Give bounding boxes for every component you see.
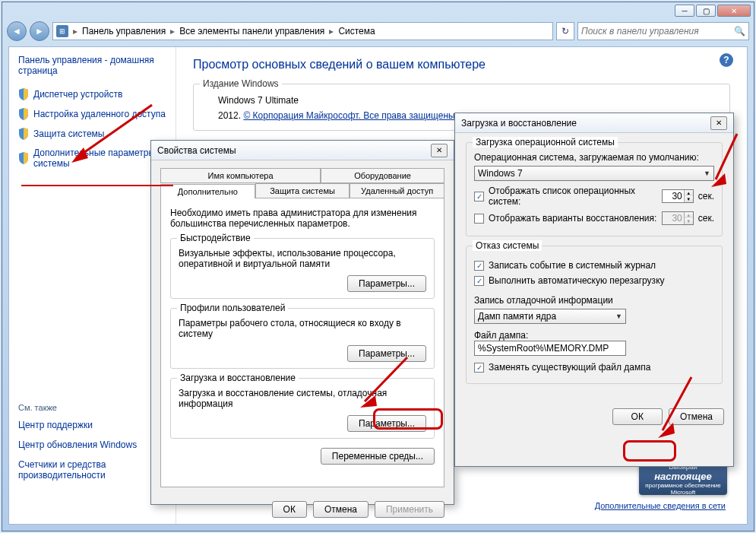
default-os-select[interactable]: Windows 7 ▼ (474, 166, 714, 181)
overwrite-checkbox[interactable]: ✓ (474, 363, 484, 373)
nav-row: ◄ ► ⊞ ▸ Панель управления ▸ Все элементы… (2, 19, 754, 43)
show-os-list-checkbox[interactable]: ✓ (474, 192, 484, 201)
annotation-underline (21, 185, 173, 186)
spinner-up-icon[interactable]: ▲ (684, 190, 693, 196)
dialog-close-button[interactable]: ✕ (710, 116, 727, 130)
system-failure-group: Отказ системы ✓ Записать событие в систе… (466, 246, 723, 384)
sidebar-link-advanced[interactable]: Дополнительные параметры системы (18, 148, 166, 169)
performance-settings-button[interactable]: Параметры... (347, 275, 426, 292)
cancel-button[interactable]: Отмена (313, 501, 369, 518)
breadcrumb-all-items[interactable]: Все элементы панели управления (179, 26, 324, 36)
copyright-year: 2012. (218, 110, 243, 121)
startup-recovery-settings-button[interactable]: Параметры... (347, 415, 426, 432)
write-event-checkbox[interactable]: ✓ (474, 261, 484, 271)
show-recovery-label: Отображать варианты восстановления: (489, 213, 657, 224)
ok-button[interactable]: ОК (272, 501, 307, 518)
minimize-button[interactable]: ─ (675, 5, 694, 17)
dump-file-label: Файл дампа: (474, 330, 714, 341)
tab-remote[interactable]: Удаленный доступ (350, 183, 444, 198)
dump-type-select[interactable]: Дамп памяти ядра ▼ (474, 309, 626, 324)
sidebar-link-protection[interactable]: Защита системы (18, 128, 166, 140)
search-input[interactable] (581, 26, 734, 36)
environment-variables-button[interactable]: Переменные среды... (321, 448, 435, 465)
control-panel-icon: ⊞ (56, 25, 68, 37)
close-button[interactable]: ✕ (717, 5, 751, 17)
refresh-button[interactable]: ↻ (556, 22, 574, 40)
auto-restart-checkbox[interactable]: ✓ (474, 276, 484, 286)
sidebar-link-action-center[interactable]: Центр поддержки (18, 420, 166, 430)
os-list-seconds-input[interactable]: 30 ▲▼ (662, 189, 694, 203)
group-text: Параметры рабочего стола, относящиеся ко… (179, 318, 426, 339)
shield-icon (18, 152, 29, 164)
sidebar-link-remote[interactable]: Настройка удаленного доступа (18, 108, 166, 120)
tab-protection[interactable]: Защита системы (255, 183, 350, 198)
user-profiles-group: Профили пользователей Параметры рабочего… (170, 308, 435, 369)
group-legend: Быстродействие (177, 233, 254, 243)
write-event-label: Записать событие в системный журнал (489, 260, 656, 271)
breadcrumb-control-panel[interactable]: Панель управления (82, 26, 166, 36)
group-legend: Загрузка операционной системы (473, 137, 618, 148)
group-legend: Издание Windows (200, 78, 282, 89)
dialog-title: Загрузка и восстановление (461, 118, 577, 128)
sidebar-link-device-manager[interactable]: Диспетчер устройств (18, 88, 166, 100)
tab-advanced[interactable]: Дополнительно (160, 184, 255, 198)
auto-restart-label: Выполнить автоматическую перезагрузку (489, 275, 665, 286)
user-profiles-settings-button[interactable]: Параметры... (347, 345, 426, 362)
sidebar-link-label: Защита системы (33, 128, 104, 139)
dialog-footer: ОК Отмена Применить (151, 495, 454, 524)
seconds-label: сек. (698, 213, 714, 224)
dialog-footer: ОК Отмена (455, 402, 733, 431)
shield-icon (18, 88, 29, 100)
show-os-list-label: Отображать список операционных систем: (489, 186, 657, 207)
help-icon[interactable]: ? (720, 53, 733, 67)
search-icon[interactable]: 🔍 (734, 26, 745, 36)
badge-line4: Microsoft (642, 489, 724, 496)
system-properties-dialog: Свойства системы ✕ Имя компьютера Оборуд… (150, 140, 454, 505)
ok-button[interactable]: ОК (612, 408, 663, 425)
more-info-link[interactable]: Дополнительные сведения в сети (595, 501, 726, 510)
sidebar-home-link[interactable]: Панель управления - домашняя страница (18, 55, 166, 76)
see-also-label: См. также (18, 403, 166, 412)
admin-note: Необходимо иметь права администратора дл… (170, 208, 435, 229)
group-text: Загрузка и восстановление системы, отлад… (179, 388, 426, 409)
chevron-right-icon: ▸ (170, 26, 175, 36)
address-bar[interactable]: ⊞ ▸ Панель управления ▸ Все элементы пан… (52, 22, 553, 40)
titlebar: ─ ▢ ✕ (2, 2, 754, 19)
spinner-up-icon: ▲ (684, 212, 693, 218)
badge-line3: программное обеспечение (642, 482, 724, 489)
group-legend: Профили пользователей (177, 303, 288, 313)
group-legend: Отказ системы (473, 240, 542, 251)
forward-button[interactable]: ► (30, 21, 49, 41)
page-title: Просмотр основных сведений о вашем компь… (193, 58, 730, 71)
sidebar-link-label: Диспетчер устройств (33, 89, 122, 100)
default-os-value: Windows 7 (478, 168, 523, 179)
group-legend: Загрузка и восстановление (177, 373, 299, 383)
search-box[interactable]: 🔍 (577, 22, 749, 40)
default-os-label: Операционная система, загружаемая по умо… (474, 152, 714, 163)
dump-file-input[interactable] (474, 341, 626, 356)
chevron-right-icon: ▸ (329, 26, 334, 36)
tabs-bottom-row: Дополнительно Защита системы Удаленный д… (160, 183, 444, 198)
tab-hardware[interactable]: Оборудование (321, 168, 444, 182)
sidebar-link-label: Настройка удаленного доступа (33, 109, 166, 119)
copyright-link[interactable]: © Корпорация Майкрософт. Все права защищ… (243, 110, 457, 121)
sidebar-link-windows-update[interactable]: Центр обновления Windows (18, 439, 166, 450)
apply-button[interactable]: Применить (375, 501, 444, 518)
show-recovery-checkbox[interactable] (474, 214, 484, 224)
performance-group: Быстродействие Визуальные эффекты, испол… (170, 238, 435, 299)
chevron-right-icon: ▸ (73, 26, 77, 36)
group-text: Визуальные эффекты, использование процес… (179, 248, 426, 269)
spinner-down-icon[interactable]: ▼ (684, 196, 693, 202)
tab-computer-name[interactable]: Имя компьютера (160, 168, 321, 182)
badge-line2: настоящее (642, 471, 724, 482)
overwrite-label: Заменять существующий файл дампа (489, 362, 650, 373)
dialog-titlebar: Свойства системы ✕ (151, 141, 454, 160)
chevron-down-icon: ▼ (704, 170, 710, 177)
back-button[interactable]: ◄ (7, 21, 27, 41)
maximize-button[interactable]: ▢ (696, 5, 716, 17)
sidebar-link-perf-tools[interactable]: Счетчики и средства производительности (18, 459, 166, 481)
dialog-titlebar: Загрузка и восстановление ✕ (455, 113, 733, 133)
dialog-close-button[interactable]: ✕ (431, 144, 448, 157)
breadcrumb-system[interactable]: Система (338, 26, 375, 36)
cancel-button[interactable]: Отмена (669, 408, 724, 425)
